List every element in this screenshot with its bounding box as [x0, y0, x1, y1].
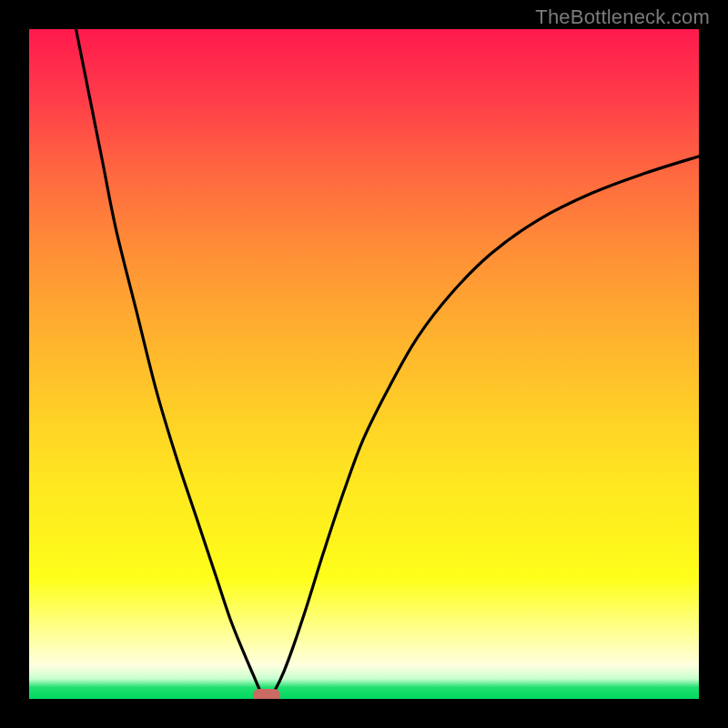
watermark-text: TheBottleneck.com [535, 5, 710, 29]
min-marker [253, 689, 280, 699]
bottleneck-curve [76, 29, 699, 696]
chart-frame: TheBottleneck.com [0, 0, 728, 728]
plot-area [29, 29, 699, 699]
curve-svg [29, 29, 699, 699]
